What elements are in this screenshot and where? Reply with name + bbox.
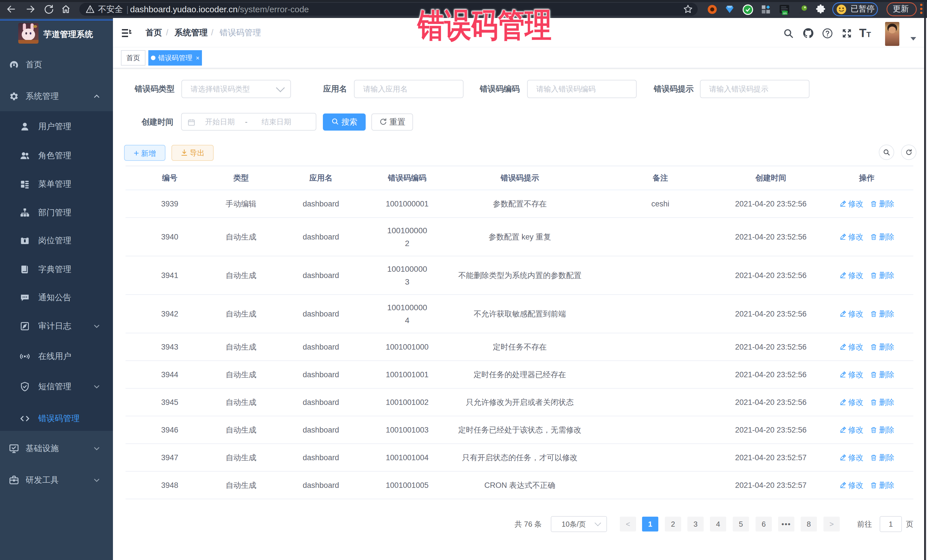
svg-text:on: on [783,11,787,15]
